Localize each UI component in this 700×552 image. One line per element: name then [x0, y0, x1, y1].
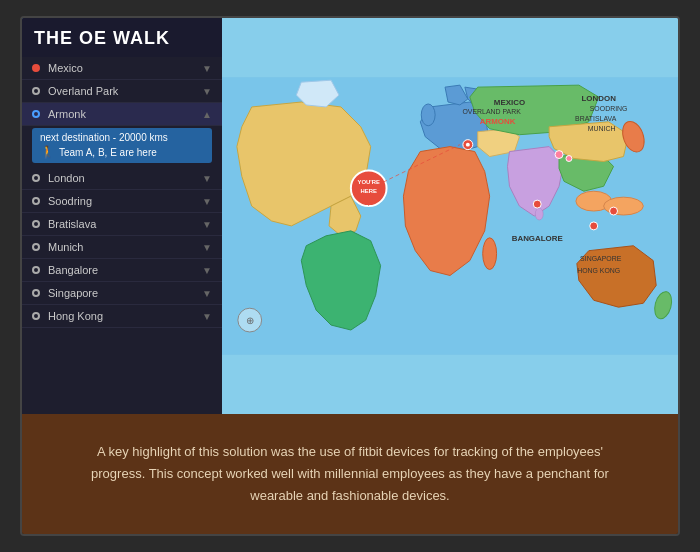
sidebar-label-bangalore: Bangalore: [48, 264, 198, 276]
sidebar-label-munich: Munich: [48, 241, 198, 253]
svg-text:MUNICH: MUNICH: [588, 125, 616, 132]
sidebar-label-london: London: [48, 172, 198, 184]
map-area: YOU'RE HERE MEXICO: [222, 18, 678, 414]
svg-text:HONG KONG: HONG KONG: [577, 267, 620, 274]
sidebar-label-soodring: Soodring: [48, 195, 198, 207]
sidebar-label-mexico: Mexico: [48, 62, 198, 74]
svg-text:SOODRING: SOODRING: [590, 105, 628, 112]
chevron-soodring: ▼: [202, 196, 212, 207]
svg-point-18: [590, 222, 598, 230]
svg-point-6: [421, 104, 435, 126]
sidebar-item-soodring[interactable]: Soodring ▼: [22, 190, 222, 213]
sidebar-title: THE OE WALK: [22, 18, 222, 57]
chevron-armonk: ▲: [202, 109, 212, 120]
sub-info-armonk: next destination - 20000 kms 🚶 Team A, B…: [32, 128, 212, 163]
sidebar-item-armonk[interactable]: Armonk ▲: [22, 103, 222, 126]
dot-icon-mexico: [32, 64, 40, 72]
dot-icon-overland-park: [32, 87, 40, 95]
svg-text:YOU'RE: YOU'RE: [357, 179, 380, 185]
bottom-section: A key highlight of this solution was the…: [22, 414, 678, 534]
dot-icon-bangalore: [32, 266, 40, 274]
chevron-hong-kong: ▼: [202, 311, 212, 322]
sidebar-item-hong-kong[interactable]: Hong Kong ▼: [22, 305, 222, 328]
chevron-london: ▼: [202, 173, 212, 184]
sidebar: THE OE WALK Mexico ▼ Overland Park ▼: [22, 18, 222, 414]
sidebar-item-singapore[interactable]: Singapore ▼: [22, 282, 222, 305]
dot-icon-singapore: [32, 289, 40, 297]
sidebar-item-mexico[interactable]: Mexico ▼: [22, 57, 222, 80]
chevron-mexico: ▼: [202, 63, 212, 74]
chevron-bratislava: ▼: [202, 219, 212, 230]
sidebar-label-armonk: Armonk: [48, 108, 198, 120]
main-frame: THE OE WALK Mexico ▼ Overland Park ▼: [20, 16, 680, 536]
world-map-svg: YOU'RE HERE MEXICO: [222, 18, 678, 414]
top-section: THE OE WALK Mexico ▼ Overland Park ▼: [22, 18, 678, 414]
team-info: 🚶 Team A, B, E are here: [40, 145, 204, 159]
svg-text:HERE: HERE: [360, 188, 377, 194]
svg-text:⊕: ⊕: [246, 315, 254, 326]
svg-point-17: [533, 200, 541, 208]
svg-text:BRATISLAVA: BRATISLAVA: [575, 115, 617, 122]
sidebar-label-hong-kong: Hong Kong: [48, 310, 198, 322]
svg-text:BANGALORE: BANGALORE: [512, 234, 563, 243]
description-text: A key highlight of this solution was the…: [70, 441, 630, 507]
svg-text:SINGAPORE: SINGAPORE: [580, 255, 622, 262]
sidebar-item-bratislava[interactable]: Bratislava ▼: [22, 213, 222, 236]
dot-icon-bratislava: [32, 220, 40, 228]
svg-point-7: [483, 238, 497, 270]
sidebar-label-overland-park: Overland Park: [48, 85, 198, 97]
svg-point-19: [610, 207, 618, 215]
chevron-overland-park: ▼: [202, 86, 212, 97]
dot-icon-armonk: [32, 110, 40, 118]
svg-point-16: [566, 156, 572, 162]
sidebar-item-london[interactable]: London ▼: [22, 167, 222, 190]
dot-icon-soodring: [32, 197, 40, 205]
svg-point-14: [466, 143, 470, 147]
sidebar-item-munich[interactable]: Munich ▼: [22, 236, 222, 259]
chevron-singapore: ▼: [202, 288, 212, 299]
svg-text:MEXICO: MEXICO: [494, 98, 525, 107]
svg-text:ARMONK: ARMONK: [480, 117, 516, 126]
chevron-munich: ▼: [202, 242, 212, 253]
dot-icon-munich: [32, 243, 40, 251]
walk-icon: 🚶: [40, 145, 55, 159]
svg-text:OVERLAND PARK: OVERLAND PARK: [462, 108, 521, 115]
svg-text:LONDON: LONDON: [582, 94, 617, 103]
svg-point-8: [535, 208, 543, 220]
next-destination: next destination - 20000 kms: [40, 132, 204, 143]
sidebar-item-bangalore[interactable]: Bangalore ▼: [22, 259, 222, 282]
svg-point-15: [555, 151, 563, 159]
chevron-bangalore: ▼: [202, 265, 212, 276]
sidebar-list: Mexico ▼ Overland Park ▼ Armonk ▲ next d…: [22, 57, 222, 414]
sidebar-label-bratislava: Bratislava: [48, 218, 198, 230]
dot-icon-hong-kong: [32, 312, 40, 320]
sidebar-label-singapore: Singapore: [48, 287, 198, 299]
sidebar-item-overland-park[interactable]: Overland Park ▼: [22, 80, 222, 103]
team-label: Team A, B, E are here: [59, 147, 157, 158]
dot-icon-london: [32, 174, 40, 182]
